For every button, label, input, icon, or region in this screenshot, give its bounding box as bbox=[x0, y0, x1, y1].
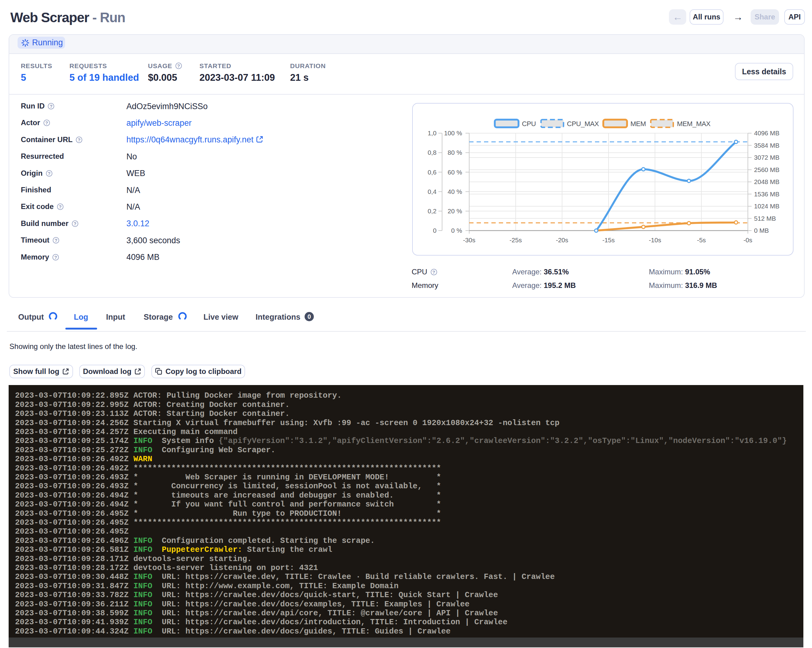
svg-text:-20s: -20s bbox=[556, 236, 568, 244]
svg-text:40 %: 40 % bbox=[448, 188, 462, 195]
svg-text:60 %: 60 % bbox=[448, 169, 462, 176]
svg-text:0: 0 bbox=[433, 227, 437, 234]
svg-text:1024 MB: 1024 MB bbox=[754, 203, 779, 210]
svg-text:1,0: 1,0 bbox=[427, 130, 437, 137]
svg-text:-10s: -10s bbox=[649, 236, 661, 244]
svg-text:2048 MB: 2048 MB bbox=[754, 178, 779, 185]
svg-text:1536 MB: 1536 MB bbox=[754, 191, 779, 198]
svg-text:3584 MB: 3584 MB bbox=[754, 142, 779, 149]
svg-text:2560 MB: 2560 MB bbox=[754, 166, 779, 173]
svg-text:4096 MB: 4096 MB bbox=[754, 130, 779, 137]
svg-text:20 %: 20 % bbox=[448, 207, 462, 215]
svg-text:-5s: -5s bbox=[697, 236, 706, 244]
svg-text:100 %: 100 % bbox=[444, 130, 462, 137]
svg-text:-0s: -0s bbox=[743, 236, 752, 244]
svg-text:-15s: -15s bbox=[602, 236, 615, 244]
svg-text:-25s: -25s bbox=[510, 236, 522, 244]
svg-text:CPU_MAX: CPU_MAX bbox=[567, 120, 599, 128]
svg-text:0,4: 0,4 bbox=[427, 188, 437, 195]
svg-text:0,6: 0,6 bbox=[427, 169, 437, 176]
svg-text:0,8: 0,8 bbox=[427, 149, 437, 156]
svg-text:0 %: 0 % bbox=[451, 227, 462, 234]
svg-text:-30s: -30s bbox=[463, 236, 475, 244]
svg-text:CPU: CPU bbox=[522, 120, 536, 128]
svg-text:MEM_MAX: MEM_MAX bbox=[677, 120, 711, 128]
svg-text:512 MB: 512 MB bbox=[754, 215, 776, 222]
svg-text:80 %: 80 % bbox=[448, 149, 462, 156]
svg-text:0,2: 0,2 bbox=[427, 207, 437, 215]
svg-text:3072 MB: 3072 MB bbox=[754, 154, 779, 161]
svg-text:MEM: MEM bbox=[630, 120, 646, 128]
svg-text:0 MB: 0 MB bbox=[754, 227, 769, 234]
